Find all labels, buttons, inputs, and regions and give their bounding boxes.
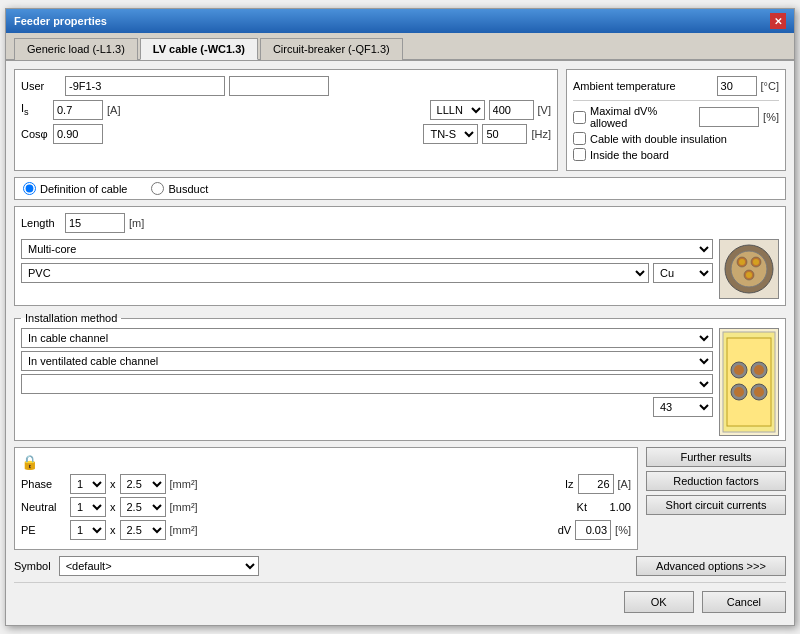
voltage-input[interactable]: [489, 100, 534, 120]
lock-icon: 🔒: [21, 454, 38, 470]
installation-inner: In cable channel On cable tray In condui…: [21, 328, 779, 436]
footer-buttons: OK Cancel: [14, 587, 786, 617]
maximal-dv-row: Maximal dV% allowed [%]: [573, 105, 779, 129]
top-section: User Is [A] LLLNLLLLNLL [V]: [14, 69, 786, 171]
cable-radio-label: Definition of cable: [40, 183, 127, 195]
neutral-label: Neutral: [21, 501, 66, 513]
maximal-dv-input[interactable]: [699, 107, 759, 127]
double-insulation-checkbox[interactable]: [573, 132, 586, 145]
symbol-row: Symbol <default> Advanced options >>>: [14, 556, 786, 576]
is-input[interactable]: [53, 100, 103, 120]
cable-type-row: Multi-core Single-core PVCXLPEEPR CuAl: [21, 239, 779, 299]
reduction-factors-button[interactable]: Reduction factors: [646, 471, 786, 491]
cancel-button[interactable]: Cancel: [702, 591, 786, 613]
conductor-select[interactable]: CuAl: [653, 263, 713, 283]
install-method-select3[interactable]: Method A Method B Method C: [21, 374, 713, 394]
short-circuit-button[interactable]: Short circuit currents: [646, 495, 786, 515]
phase-unit: [mm²]: [170, 478, 198, 490]
phase-row: Phase 123 x 2.51.546 [mm²] Iz [A]: [21, 474, 631, 494]
phase-count-select[interactable]: 123: [70, 474, 106, 494]
maximal-dv-label: Maximal dV% allowed: [590, 105, 695, 129]
inside-board-label: Inside the board: [590, 149, 669, 161]
freq-unit: [Hz]: [531, 128, 551, 140]
installation-legend: Installation method: [21, 312, 121, 324]
action-buttons-panel: Further results Reduction factors Short …: [646, 447, 786, 550]
install-row2: In ventilated cable channel Not ventilat…: [21, 351, 713, 371]
svg-point-17: [754, 387, 764, 397]
ambient-input[interactable]: [717, 76, 757, 96]
ambient-unit: [°C]: [761, 80, 779, 92]
install-row1: In cable channel On cable tray In condui…: [21, 328, 713, 348]
multicore-select[interactable]: Multi-core Single-core: [21, 239, 713, 259]
phase-label: Phase: [21, 478, 66, 490]
install-method-select2[interactable]: In ventilated cable channel Not ventilat…: [21, 351, 713, 371]
user-input[interactable]: [65, 76, 225, 96]
advanced-options-button[interactable]: Advanced options >>>: [636, 556, 786, 576]
length-row: Length [m]: [21, 213, 779, 233]
tab-lv-cable[interactable]: LV cable (-WC1.3): [140, 38, 258, 60]
install-number-select[interactable]: 434445: [653, 397, 713, 417]
busduct-radio-option[interactable]: Busduct: [151, 182, 208, 195]
maximal-dv-unit: [%]: [763, 111, 779, 123]
tab-circuit-breaker[interactable]: Circuit-breaker (-QF1.3): [260, 38, 403, 60]
maximal-dv-checkbox[interactable]: [573, 111, 586, 124]
pe-size-select[interactable]: 2.51.546: [120, 520, 166, 540]
user-row: User: [21, 76, 551, 96]
install-image: [719, 328, 779, 436]
system-select[interactable]: TN-STN-CIT: [423, 124, 478, 144]
neutral-unit: [mm²]: [170, 501, 198, 513]
is-label: Is: [21, 102, 49, 117]
ok-button[interactable]: OK: [624, 591, 694, 613]
cable-svg: [723, 243, 775, 295]
inside-board-checkbox[interactable]: [573, 148, 586, 161]
ambient-row: Ambient temperature [°C]: [573, 76, 779, 96]
phase-size-select[interactable]: 2.51.546: [120, 474, 166, 494]
cable-radio[interactable]: [23, 182, 36, 195]
length-label: Length: [21, 217, 61, 229]
dv-label: dV: [551, 524, 571, 536]
install-method-select1[interactable]: In cable channel On cable tray In condui…: [21, 328, 713, 348]
kt-value: 1.00: [591, 501, 631, 513]
window-title: Feeder properties: [14, 15, 107, 27]
pe-count-select[interactable]: 123: [70, 520, 106, 540]
tab-generic-load[interactable]: Generic load (-L1.3): [14, 38, 138, 60]
length-input[interactable]: [65, 213, 125, 233]
neutral-x: x: [110, 501, 116, 513]
insulation-select[interactable]: PVCXLPEEPR: [21, 263, 649, 283]
neutral-size-select[interactable]: 2.51.546: [120, 497, 166, 517]
tab-bar: Generic load (-L1.3) LV cable (-WC1.3) C…: [6, 33, 794, 61]
feeder-properties-window: Feeder properties ✕ Generic load (-L1.3)…: [5, 8, 795, 626]
pe-row: PE 123 x 2.51.546 [mm²] dV [%]: [21, 520, 631, 540]
ambient-label: Ambient temperature: [573, 80, 713, 92]
cosphi-row: Cosφ TN-STN-CIT [Hz]: [21, 124, 551, 144]
freq-input[interactable]: [482, 124, 527, 144]
neutral-row: Neutral 123 x 2.51.546 [mm²] Kt 1.00: [21, 497, 631, 517]
svg-point-15: [734, 387, 744, 397]
iz-label: Iz: [554, 478, 574, 490]
neutral-count-select[interactable]: 123: [70, 497, 106, 517]
cable-config-section: Length [m] Multi-core Single-core PVCXL: [14, 206, 786, 306]
topology-select[interactable]: LLLNLLLLNLL: [430, 100, 485, 120]
install-row3: Method A Method B Method C: [21, 374, 713, 394]
is-row: Is [A] LLLNLLLLNLL [V]: [21, 100, 551, 120]
install-svg: [721, 330, 777, 434]
svg-point-13: [754, 365, 764, 375]
busduct-radio[interactable]: [151, 182, 164, 195]
install-number-row: 434445: [21, 397, 713, 417]
user-extra-input[interactable]: [229, 76, 329, 96]
left-params-panel: User Is [A] LLLNLLLLNLL [V]: [14, 69, 558, 171]
lock-row: 🔒: [21, 454, 631, 470]
pe-unit: [mm²]: [170, 524, 198, 536]
pe-label: PE: [21, 524, 66, 536]
symbol-select[interactable]: <default>: [59, 556, 259, 576]
cosphi-input[interactable]: [53, 124, 103, 144]
dv-unit: [%]: [615, 524, 631, 536]
cable-radio-option[interactable]: Definition of cable: [23, 182, 127, 195]
bottom-wrapper: 🔒 Phase 123 x 2.51.546 [mm²] Iz [A]: [14, 447, 786, 550]
phase-x: x: [110, 478, 116, 490]
svg-point-11: [734, 365, 744, 375]
installation-controls: In cable channel On cable tray In condui…: [21, 328, 713, 417]
svg-point-6: [753, 259, 759, 265]
further-results-button[interactable]: Further results: [646, 447, 786, 467]
close-button[interactable]: ✕: [770, 13, 786, 29]
